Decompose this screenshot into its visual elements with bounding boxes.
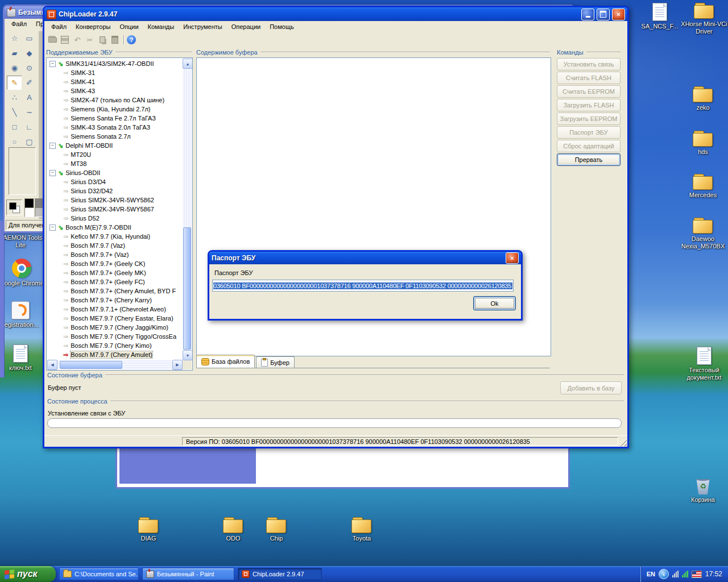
hide-icons-chevron[interactable]: ‹ bbox=[659, 569, 669, 579]
command-button[interactable]: Загрузить FLASH bbox=[557, 99, 621, 111]
scroll-right-button[interactable]: ▶ bbox=[172, 360, 183, 370]
tree-item[interactable]: ⇒Bosch ME7.9.7 (Chery Tiggo/CrossEa bbox=[47, 332, 183, 341]
desktop-icon[interactable]: Текстовый документ.txt bbox=[679, 347, 728, 381]
chiploader-titlebar[interactable]: ChipLoader 2.9.47 × bbox=[44, 7, 627, 21]
cut-icon[interactable]: ✂ bbox=[84, 34, 96, 45]
language-indicator[interactable]: EN bbox=[647, 571, 655, 577]
desktop-icon[interactable]: XHorse Mini-VCi Driver bbox=[679, 3, 728, 35]
minimize-button[interactable] bbox=[581, 9, 594, 20]
flag-tray-icon[interactable] bbox=[692, 571, 702, 578]
command-button[interactable]: Считать FLASH bbox=[557, 72, 621, 84]
select-tool-icon[interactable]: ▭ bbox=[22, 31, 37, 45]
tree-item[interactable]: ⇒SIMK-41 bbox=[47, 77, 183, 86]
tree-item[interactable]: ⇒MT20U bbox=[47, 150, 183, 159]
tree-item[interactable]: ⇒Siemens Santa Fe 2.7л ТаГАЗ bbox=[47, 114, 183, 123]
command-button[interactable]: Прервать bbox=[557, 153, 621, 166]
scroll-down-button[interactable]: ▼ bbox=[183, 350, 193, 360]
tree-item[interactable]: −⇘Bosch M(E)7.9.7-OBDII bbox=[47, 223, 183, 232]
tree-item[interactable]: ⇒SIMK-43 Sonata 2.0л ТаГАЗ bbox=[47, 123, 183, 132]
menu-item[interactable]: Инструменты bbox=[179, 22, 227, 31]
collapse-box-icon[interactable]: − bbox=[49, 61, 56, 67]
pencil-tool-icon[interactable]: ✎ bbox=[7, 76, 22, 90]
vertical-scroll-thumb[interactable] bbox=[183, 227, 191, 349]
copy-icon[interactable] bbox=[97, 34, 108, 45]
signal-green-icon[interactable] bbox=[682, 571, 688, 577]
tree-item[interactable]: ⇒SIM2K-47 (только по CAN шине) bbox=[47, 95, 183, 105]
command-button[interactable]: Загрузить EEPROM bbox=[557, 113, 621, 125]
maximize-button[interactable] bbox=[597, 9, 610, 20]
command-button[interactable]: Считать EEPROM bbox=[557, 85, 621, 98]
collapse-box-icon[interactable]: − bbox=[49, 143, 56, 149]
brush-tool-icon[interactable]: ✐ bbox=[22, 76, 37, 90]
tree-item[interactable]: ⇒Siemens Sonata 2.7л bbox=[47, 132, 183, 141]
tab-file-database[interactable]: База файлов bbox=[196, 355, 255, 368]
tree-item[interactable]: ⇒SIMK-43 bbox=[47, 86, 183, 95]
horizontal-scroll-thumb[interactable] bbox=[60, 361, 122, 369]
desktop-icon[interactable]: Mercedes bbox=[678, 174, 728, 199]
desktop-icon[interactable]: ключ.txt bbox=[0, 344, 46, 372]
palette-color[interactable] bbox=[24, 207, 34, 217]
tree-item[interactable]: ⇒Sirius D32/D42 bbox=[47, 186, 183, 196]
tree-item[interactable]: ⇒Sirius SIM2K-34VR-5WY5862 bbox=[47, 196, 183, 205]
tree-item[interactable]: ⇒Bosch ME7.9.7 (Chery Eastar, Elara) bbox=[47, 314, 183, 323]
resize-grip[interactable] bbox=[619, 439, 627, 446]
tree-item[interactable]: −⇘SIMK31/41/43/SIM2K-47-OBDII bbox=[47, 59, 183, 68]
line-tool-icon[interactable]: ╲ bbox=[7, 105, 22, 119]
tree-item[interactable]: ⇒Sirius D3/D4 bbox=[47, 177, 183, 186]
menu-item[interactable]: Помощь bbox=[265, 22, 299, 31]
magnifier-tool-icon[interactable]: ⊙ bbox=[22, 61, 37, 75]
palette-color[interactable] bbox=[24, 198, 34, 208]
desktop-icon[interactable]: Toyota bbox=[337, 517, 387, 542]
tree-item[interactable]: ⇒Bosch ME7.9.7 (Chery Kimo) bbox=[47, 341, 183, 350]
polygon-tool-icon[interactable]: ∟ bbox=[22, 120, 37, 134]
tree-item[interactable]: ⇒Bosch M7.9.7+ (Chery Amulet, BYD F bbox=[47, 286, 183, 296]
tree-item[interactable]: ⇒Bosch M7.9.7 (Vaz) bbox=[47, 241, 183, 250]
tree-item[interactable]: ⇒Bosch M7.9.7+ (Vaz) bbox=[47, 250, 183, 259]
close-button[interactable]: × bbox=[612, 9, 625, 20]
tree-item[interactable]: ⇒MT38 bbox=[47, 159, 183, 168]
tree-item[interactable]: ⇒Bosch M7.9.7 (Chery Amulet) bbox=[47, 350, 183, 359]
command-button[interactable]: Сброс адаптаций bbox=[557, 140, 621, 152]
airbrush-tool-icon[interactable]: ∴ bbox=[7, 90, 22, 105]
paste-icon[interactable] bbox=[109, 34, 121, 45]
desktop-icon[interactable]: zeko bbox=[678, 86, 728, 111]
free-select-tool-icon[interactable]: ☆ bbox=[7, 31, 22, 45]
menu-item[interactable]: Конверторы bbox=[71, 22, 115, 31]
desktop-icon[interactable]: ♻Корзина bbox=[678, 477, 728, 504]
menu-item[interactable]: Файл bbox=[47, 22, 71, 31]
save-icon[interactable] bbox=[59, 34, 71, 45]
scroll-up-button[interactable]: ▲ bbox=[183, 59, 193, 69]
scroll-left-button[interactable]: ◀ bbox=[47, 360, 57, 370]
tree-item[interactable]: ⇒Bosch M7.9.7+ (Geely MK) bbox=[47, 268, 183, 277]
tree-item[interactable]: ⇒Sirius SIM2K-34VR-5WY5867 bbox=[47, 205, 183, 214]
desktop-icon[interactable]: Chip bbox=[251, 517, 301, 542]
eraser-tool-icon[interactable]: ▰ bbox=[7, 46, 22, 60]
paint-menu-item[interactable]: Файл bbox=[7, 20, 31, 28]
command-button[interactable]: Установить связь bbox=[557, 58, 621, 70]
dialog-titlebar[interactable]: Паспорт ЭБУ × bbox=[209, 252, 521, 264]
menu-item[interactable]: Опции bbox=[115, 22, 143, 31]
menu-item[interactable]: Операции bbox=[227, 22, 265, 31]
undo-icon[interactable]: ↶ bbox=[72, 34, 83, 45]
signal-gray-icon[interactable] bbox=[672, 571, 679, 577]
tree-item[interactable]: ⇒Bosch M7.9.7.1+ (Chevrolet Aveo) bbox=[47, 305, 183, 314]
collapse-box-icon[interactable]: − bbox=[49, 225, 56, 231]
desktop-icon[interactable]: registration... bbox=[0, 301, 46, 329]
tree-horizontal-scrollbar[interactable]: ◀ ▶ bbox=[47, 360, 183, 369]
text-tool-icon[interactable]: A bbox=[22, 90, 37, 105]
desktop-icon[interactable]: DIAG bbox=[123, 517, 173, 542]
ok-button[interactable]: Ok bbox=[473, 296, 516, 310]
tree-item[interactable]: −⇘Sirius-OBDII bbox=[47, 168, 183, 177]
desktop-icon[interactable]: Google Chrome bbox=[0, 259, 47, 287]
tree-item[interactable]: ⇒SIMK-31 bbox=[47, 68, 183, 77]
tree-item[interactable]: ⇒Siemens (Kia, Hyundai 2.7л) bbox=[47, 105, 183, 114]
tree-item[interactable]: ⇒Bosch M7.9.7+ (Chery Karry) bbox=[47, 296, 183, 305]
open-icon[interactable] bbox=[47, 34, 58, 45]
desktop-icon[interactable]: Daewoo Nexia_M570BX bbox=[678, 218, 728, 250]
desktop-icon[interactable]: SA_NCS_F... bbox=[635, 3, 685, 30]
collapse-box-icon[interactable]: − bbox=[49, 170, 56, 176]
dialog-close-button[interactable]: × bbox=[506, 252, 519, 264]
tab-buffer[interactable]: Буфер bbox=[256, 356, 295, 368]
desktop-icon[interactable]: hds bbox=[678, 131, 728, 156]
start-button[interactable]: пуск bbox=[0, 566, 56, 582]
